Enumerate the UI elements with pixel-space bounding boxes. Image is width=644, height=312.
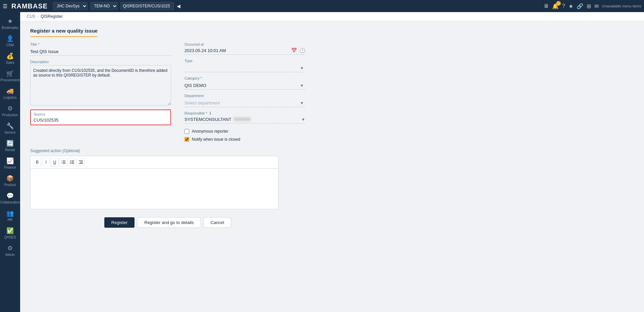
close-tab-button[interactable]: ◀ (177, 3, 180, 9)
sidebar-item-procurement[interactable]: 🛒 Procurement (0, 67, 20, 85)
company-selector[interactable]: JHC DevSys (53, 2, 88, 10)
action-buttons-row: Register Register and go to details Canc… (30, 217, 305, 228)
responsible-label: Responsible * ℹ (184, 111, 305, 116)
rich-editor-toolbar: B I U 123 (31, 156, 278, 169)
sidebar-item-sales[interactable]: 💰 Sales (0, 50, 20, 67)
qhses-icon: ✅ (6, 227, 14, 234)
unordered-list-button[interactable] (68, 158, 76, 166)
crm-icon: 👤 (6, 35, 14, 42)
ordered-list-button[interactable]: 123 (59, 158, 67, 166)
sidebar-item-label: CRM (6, 43, 14, 47)
bookmarks-icon: ★ (7, 17, 13, 25)
sidebar-item-production[interactable]: ⚙ Production (0, 102, 20, 120)
sidebar-item-label: Production (2, 113, 18, 117)
category-field-group: Category * QIS DEMO ▼ (184, 76, 305, 90)
cancel-button[interactable]: Cancel (204, 217, 231, 228)
underline-button[interactable]: U (51, 158, 59, 166)
grid-icon[interactable]: ⊞ (587, 3, 591, 9)
breadcrumb-cus-link[interactable]: CUS (27, 14, 35, 19)
sidebar-item-admin[interactable]: ⚙ Admin (0, 242, 20, 259)
source-value: CUS/102535 (34, 118, 168, 123)
suggested-action-label: Suggested action (Optional) (30, 148, 278, 153)
responsible-value: SYSTEMCONSULTANT (184, 117, 299, 122)
anonymous-label: Anonymous reporter (192, 129, 228, 134)
sidebar-item-collaboration[interactable]: 💬 Collaboration (0, 189, 20, 207)
title-input[interactable] (30, 48, 171, 56)
type-label: Type (184, 59, 305, 63)
sidebar-item-rental[interactable]: 🔄 Rental (0, 137, 20, 154)
sidebar-item-label: Product (4, 183, 16, 187)
bold-button[interactable]: B (33, 158, 41, 166)
sidebar-item-label: Bookmarks (2, 26, 18, 30)
occurred-label: Occurred at (184, 42, 305, 46)
description-label: Description (30, 60, 171, 64)
sidebar-item-label: Admin (5, 253, 15, 257)
indent-button[interactable] (77, 158, 85, 166)
sidebar-item-label: Collaboration (0, 200, 20, 204)
category-label: Category * (184, 76, 305, 80)
form-left-column: Title * Description Created directly fro… (30, 42, 171, 142)
main-content: CUS › QISRegister Register a new quality… (20, 12, 644, 312)
description-field-group: Description Created directly from CUS/10… (30, 60, 171, 105)
responsible-field-group: Responsible * ℹ SYSTEMCONSULTANT ▼ (184, 111, 305, 124)
star-icon[interactable]: ★ (569, 3, 573, 9)
sidebar-item-label: QHSES (4, 235, 16, 239)
sidebar-item-product[interactable]: 📦 Product (0, 172, 20, 189)
sidebar-item-label: Rental (5, 148, 15, 152)
sidebar-item-label: HR (8, 218, 12, 222)
procurement-icon: 🛒 (6, 70, 14, 77)
anonymous-checkbox-row: Anonymous reporter (184, 129, 305, 134)
calendar-icon[interactable]: 📅 (291, 48, 297, 53)
product-icon: 📦 (6, 175, 14, 182)
rich-editor-body[interactable] (31, 169, 278, 209)
sidebar-item-label: Service (4, 131, 15, 134)
type-select-wrapper: ▼ (184, 64, 305, 72)
suggested-action-section: Suggested action (Optional) B I U 123 (30, 148, 278, 209)
italic-button[interactable]: I (42, 158, 50, 166)
notify-checkbox[interactable] (184, 137, 189, 142)
sidebar-item-qhses[interactable]: ✅ QHSES (0, 224, 20, 242)
occurred-datetime-wrapper: 📅 🕐 (184, 48, 305, 55)
register-button[interactable]: Register (104, 217, 135, 228)
department-select[interactable]: Select department (184, 99, 305, 107)
clock-icon[interactable]: 🕐 (300, 48, 305, 53)
responsible-select-arrow-icon: ▼ (301, 117, 305, 122)
mail-icon[interactable]: ✉ (594, 3, 599, 9)
language-selector[interactable]: TEM-NO (90, 2, 118, 10)
hamburger-menu-button[interactable]: ☰ (3, 3, 7, 9)
sidebar: ★ Bookmarks 👤 CRM 💰 Sales 🛒 Procurement … (0, 12, 20, 312)
responsible-info-icon[interactable]: ℹ (210, 111, 211, 115)
breadcrumb-current: QISRegister (41, 14, 62, 19)
type-field-group: Type ▼ (184, 59, 305, 72)
sidebar-item-label: Procurement (0, 78, 19, 82)
category-select[interactable]: QIS DEMO (184, 82, 305, 89)
link-icon[interactable]: 🔗 (577, 3, 583, 9)
sales-icon: 💰 (6, 52, 14, 60)
bell-badge: 1 (556, 1, 561, 6)
source-label: Source (34, 112, 168, 116)
svg-point-11 (70, 163, 71, 164)
occurred-input[interactable] (184, 48, 288, 53)
help-icon[interactable]: ? (562, 3, 565, 9)
sidebar-item-service[interactable]: 🔧 Service (0, 120, 20, 137)
type-select[interactable] (184, 64, 305, 72)
breadcrumb-input[interactable] (120, 2, 174, 10)
bell-icon[interactable]: 🔔 1 (552, 3, 559, 9)
sidebar-item-bookmarks[interactable]: ★ Bookmarks (0, 15, 20, 32)
sidebar-item-logistics[interactable]: 🚚 Logistics (0, 85, 20, 102)
responsible-blur (234, 118, 251, 121)
sidebar-item-crm[interactable]: 👤 CRM (0, 32, 20, 50)
top-navigation: ☰ RAMBASE JHC DevSys TEM-NO ◀ 🖥 🔔 1 ? ★ … (0, 0, 644, 12)
svg-text:3: 3 (61, 163, 62, 164)
sidebar-item-hr[interactable]: 👥 HR (0, 207, 20, 224)
monitor-icon[interactable]: 🖥 (543, 3, 549, 9)
anonymous-checkbox[interactable] (184, 129, 189, 134)
department-select-wrapper: Select department ▼ (184, 99, 305, 107)
occurred-field-group: Occurred at 📅 🕐 (184, 42, 305, 55)
description-textarea[interactable]: Created directly from CUS/102535, and th… (30, 65, 171, 105)
sidebar-item-finance[interactable]: 📈 Finance (0, 154, 20, 172)
hr-icon: 👥 (6, 210, 14, 217)
register-and-details-button[interactable]: Register and go to details (137, 217, 201, 228)
notify-label: Notify when issue is closed (192, 137, 240, 142)
rich-text-editor: B I U 123 (30, 156, 278, 209)
